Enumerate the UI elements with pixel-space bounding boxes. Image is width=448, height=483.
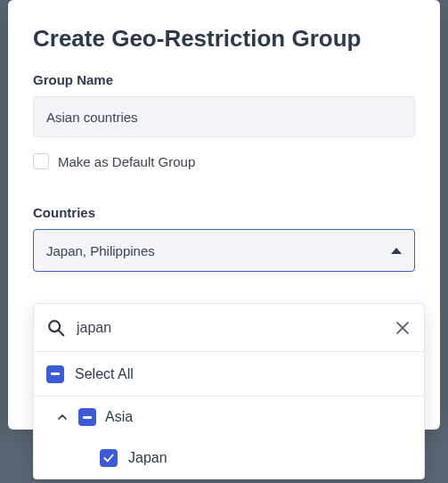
countries-label: Countries xyxy=(33,205,415,220)
region-label: Asia xyxy=(105,409,133,425)
countries-select[interactable]: Japan, Philippines xyxy=(33,229,415,272)
country-checkbox[interactable] xyxy=(100,449,118,467)
dropdown-search-input[interactable] xyxy=(77,320,383,336)
create-geo-restriction-modal: Create Geo-Restriction Group Group Name … xyxy=(8,0,440,430)
indeterminate-icon xyxy=(83,416,92,419)
check-icon xyxy=(102,452,115,464)
group-name-label: Group Name xyxy=(33,72,415,87)
chevron-up-icon xyxy=(391,248,402,254)
default-group-checkbox[interactable] xyxy=(33,153,49,169)
indeterminate-icon xyxy=(51,372,60,375)
group-name-input[interactable] xyxy=(33,96,415,137)
modal-title: Create Geo-Restriction Group xyxy=(33,25,415,53)
dropdown-search-row xyxy=(34,304,424,352)
region-checkbox[interactable] xyxy=(78,408,96,426)
countries-selected-text: Japan, Philippines xyxy=(46,243,155,258)
select-all-checkbox[interactable] xyxy=(46,365,64,383)
country-row-japan[interactable]: Japan xyxy=(34,438,424,479)
select-all-label: Select All xyxy=(75,366,134,382)
default-group-row[interactable]: Make as Default Group xyxy=(33,153,415,169)
search-icon xyxy=(46,318,66,338)
country-label: Japan xyxy=(128,450,167,466)
region-row-asia[interactable]: Asia xyxy=(34,397,424,438)
default-group-label: Make as Default Group xyxy=(58,154,195,169)
collapse-icon[interactable] xyxy=(55,410,69,424)
select-all-row[interactable]: Select All xyxy=(34,352,424,397)
clear-search-button[interactable] xyxy=(394,319,411,337)
countries-dropdown: Select All Asia Japan xyxy=(33,303,425,479)
svg-line-1 xyxy=(59,330,64,335)
